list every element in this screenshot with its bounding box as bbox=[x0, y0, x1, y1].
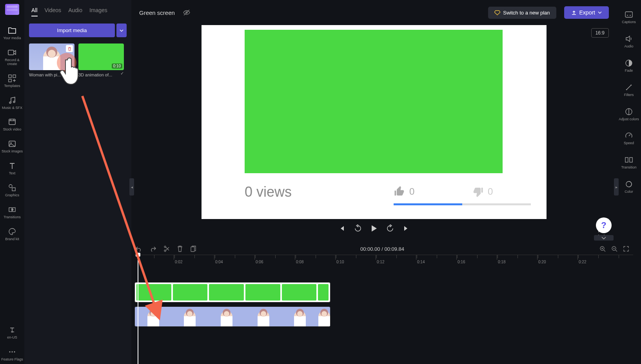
zoom-out-icon[interactable] bbox=[611, 246, 617, 252]
image-icon bbox=[8, 139, 16, 148]
nav-text[interactable]: Text bbox=[0, 159, 24, 178]
media-tabs: All Videos Audio Images bbox=[24, 0, 131, 20]
collapse-properties-panel[interactable]: ▸ bbox=[614, 178, 619, 196]
track-green bbox=[134, 282, 633, 304]
color-icon bbox=[625, 180, 633, 188]
prop-audio[interactable]: Audio bbox=[617, 32, 641, 51]
svg-rect-25 bbox=[191, 247, 194, 252]
nav-label: Brand kit bbox=[5, 237, 19, 241]
ruler-tick-label: 0:06 bbox=[256, 260, 263, 264]
svg-rect-20 bbox=[625, 158, 628, 162]
split-icon[interactable] bbox=[163, 245, 170, 252]
media-item-green[interactable]: 0:10 3D animation of... ✓ bbox=[78, 43, 124, 77]
ruler-tick-label: 0:02 bbox=[175, 260, 182, 264]
preview-canvas[interactable]: 0 views 0 0 bbox=[202, 25, 547, 219]
tab-all[interactable]: All bbox=[31, 7, 38, 16]
prop-transition[interactable]: Transition bbox=[617, 153, 641, 172]
import-media-dropdown[interactable] bbox=[116, 24, 127, 37]
folder-icon bbox=[8, 26, 16, 35]
total-time: 00:09.84 bbox=[384, 246, 404, 252]
rewind-icon[interactable] bbox=[354, 225, 362, 232]
prop-adjust-colors[interactable]: Adjust colors bbox=[617, 105, 641, 124]
clip-woman[interactable] bbox=[134, 306, 330, 327]
delete-icon[interactable] bbox=[66, 45, 73, 52]
prop-captions[interactable]: Captions bbox=[617, 8, 641, 27]
nav-label: Record & create bbox=[1, 58, 24, 66]
svg-point-23 bbox=[164, 246, 166, 248]
thumbnail-image: 0:10 bbox=[78, 43, 124, 70]
templates-icon bbox=[8, 74, 16, 83]
ruler-tick-label: 0:20 bbox=[538, 260, 546, 264]
thumbs-up-icon bbox=[394, 186, 405, 197]
media-item-woman[interactable]: Woman with pi... bbox=[29, 43, 74, 77]
prop-fade[interactable]: Fade bbox=[617, 56, 641, 75]
nav-music-sfx[interactable]: Music & SFX bbox=[0, 94, 24, 112]
nav-language[interactable]: en-US bbox=[0, 323, 24, 342]
visibility-off-icon[interactable] bbox=[183, 9, 191, 16]
text-icon bbox=[8, 161, 16, 170]
svg-rect-17 bbox=[625, 12, 632, 17]
skip-back-icon[interactable] bbox=[338, 225, 345, 232]
plan-label: Switch to a new plan bbox=[503, 10, 550, 16]
shapes-icon bbox=[8, 183, 16, 192]
collapse-media-panel[interactable]: ◂ bbox=[129, 178, 134, 196]
trash-icon[interactable] bbox=[177, 245, 183, 252]
thumbnail-caption: Woman with pi... bbox=[29, 72, 74, 77]
nav-graphics[interactable]: Graphics bbox=[0, 181, 24, 200]
nav-templates[interactable]: Templates bbox=[0, 72, 24, 91]
duplicate-icon[interactable] bbox=[190, 245, 196, 252]
nav-your-media[interactable]: Your media bbox=[0, 24, 24, 43]
check-icon: ✓ bbox=[120, 71, 124, 76]
help-button[interactable]: ? bbox=[596, 217, 612, 233]
skip-forward-icon[interactable] bbox=[403, 225, 410, 232]
speaker-icon bbox=[625, 34, 633, 43]
nav-stock-images[interactable]: Stock images bbox=[0, 137, 24, 156]
nav-label: Graphics bbox=[5, 194, 19, 197]
timeline-toolbar: 00:00.00 / 00:09.84 bbox=[131, 243, 633, 255]
aspect-ratio-badge[interactable]: 16:9 bbox=[591, 28, 609, 38]
svg-point-15 bbox=[14, 351, 15, 353]
clip-green-screen[interactable] bbox=[134, 282, 330, 302]
tab-audio[interactable]: Audio bbox=[68, 7, 82, 16]
switch-plan-button[interactable]: Switch to a new plan bbox=[488, 7, 556, 19]
import-media-button[interactable]: Import media bbox=[29, 24, 115, 37]
svg-rect-6 bbox=[9, 119, 15, 125]
like-ratio-bar bbox=[394, 203, 531, 205]
like-count: 0 bbox=[409, 186, 414, 197]
export-button[interactable]: Export bbox=[564, 6, 609, 19]
timeline-ruler[interactable]: 0:020:040:060:080:100:120:140:160:180:20… bbox=[134, 255, 633, 266]
nav-record-create[interactable]: Record & create bbox=[0, 46, 24, 69]
undo-icon[interactable] bbox=[135, 246, 142, 252]
speed-icon bbox=[625, 131, 633, 140]
redo-icon[interactable] bbox=[149, 246, 156, 252]
expand-timeline-chevron[interactable] bbox=[594, 235, 614, 241]
playhead[interactable] bbox=[138, 255, 138, 364]
play-icon[interactable] bbox=[370, 225, 378, 232]
app-logo[interactable] bbox=[5, 4, 19, 15]
prop-label: Transition bbox=[621, 166, 636, 170]
svg-point-5 bbox=[13, 101, 15, 103]
ruler-tick-label: 0:10 bbox=[336, 260, 344, 264]
player-controls bbox=[338, 219, 410, 238]
duration-badge: 0:10 bbox=[112, 63, 122, 69]
ruler-tick-label: 0:08 bbox=[296, 260, 303, 264]
nav-label: Feature Flags bbox=[1, 358, 23, 362]
nav-transitions[interactable]: Transitions bbox=[0, 203, 24, 222]
zoom-fit-icon[interactable] bbox=[623, 246, 629, 252]
timeline-tracks bbox=[134, 282, 633, 328]
tab-videos[interactable]: Videos bbox=[45, 7, 62, 16]
zoom-in-icon[interactable] bbox=[599, 246, 606, 252]
ruler-tick-label: 0:16 bbox=[458, 260, 465, 264]
nav-brand-kit[interactable]: Brand kit bbox=[0, 225, 24, 244]
prop-color[interactable]: Color bbox=[617, 177, 641, 196]
tab-images[interactable]: Images bbox=[89, 7, 107, 16]
nav-stock-video[interactable]: Stock video bbox=[0, 115, 24, 134]
nav-feature-flags[interactable]: Feature Flags bbox=[0, 345, 24, 364]
forward-icon[interactable] bbox=[386, 225, 394, 232]
svg-rect-2 bbox=[13, 75, 16, 78]
project-title[interactable]: Green screen bbox=[139, 9, 175, 16]
prop-filters[interactable]: Filters bbox=[617, 81, 641, 100]
ruler-tick-label: 0:12 bbox=[377, 260, 384, 264]
prop-speed[interactable]: Speed bbox=[617, 129, 641, 148]
svg-rect-0 bbox=[8, 50, 14, 55]
